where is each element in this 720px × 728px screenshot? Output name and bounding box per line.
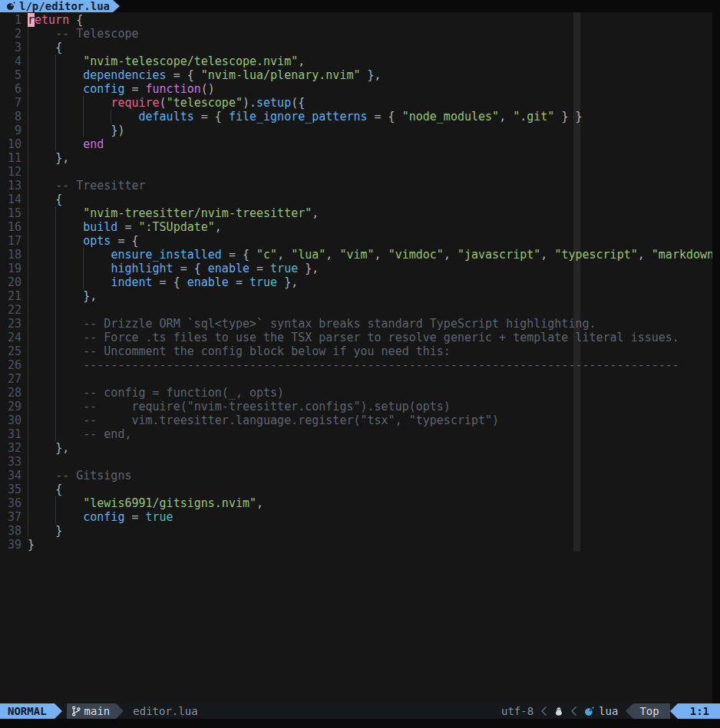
- code-token: "telescope": [167, 96, 243, 110]
- code-token: "vim": [339, 248, 374, 262]
- code-line[interactable]: 31 -- end,: [0, 427, 712, 441]
- indent-guide: [55, 110, 83, 124]
- code-token: -- config = function(_, opts): [83, 386, 284, 400]
- line-number: 37: [0, 510, 28, 524]
- indent-guide: [28, 96, 55, 110]
- indent-guide: [28, 400, 55, 413]
- code-line[interactable]: 15 "nvim-treesitter/nvim-treesitter",: [0, 206, 712, 220]
- code-line[interactable]: 1return {: [0, 13, 712, 27]
- code-line[interactable]: 8 defaults = { file_ignore_patterns = { …: [0, 110, 712, 124]
- editor-buffer[interactable]: 1return {2 -- Telescope3 {4 "nvim-telesc…: [0, 12, 720, 703]
- text-area[interactable]: 1return {2 -- Telescope3 {4 "nvim-telesc…: [0, 12, 712, 703]
- code-text: }): [28, 124, 124, 137]
- line-number: 21: [0, 289, 28, 303]
- code-token: -- end,: [83, 427, 131, 441]
- tab-editor-lua[interactable]: l/p/editor.lua: [0, 0, 113, 12]
- code-token: -- Drizzle ORM `sql<type>` syntax breaks…: [83, 317, 596, 331]
- code-text: "nvim-telescope/telescope.nvim",: [28, 54, 305, 68]
- code-line[interactable]: 28 -- config = function(_, opts): [0, 386, 712, 400]
- indent-guide: [28, 331, 55, 344]
- code-token: "typescript": [554, 248, 637, 262]
- code-line[interactable]: 29 -- require("nvim-treesitter.configs")…: [0, 400, 712, 413]
- code-line[interactable]: 17 opts = {: [0, 234, 712, 248]
- code-line[interactable]: 30 -- vim.treesitter.language.register("…: [0, 413, 712, 427]
- code-line[interactable]: 11 },: [0, 151, 712, 165]
- code-line[interactable]: 4 "nvim-telescope/telescope.nvim",: [0, 54, 712, 68]
- code-line[interactable]: 13 -- Treesitter: [0, 179, 712, 193]
- code-line[interactable]: 18 ensure_installed = { "c", "lua", "vim…: [0, 248, 712, 262]
- code-token: defaults: [139, 110, 194, 124]
- indent-guide: [55, 496, 83, 510]
- code-line[interactable]: 32 },: [0, 441, 712, 455]
- code-token: function: [146, 82, 201, 96]
- code-line[interactable]: 33: [0, 455, 712, 469]
- code-line[interactable]: 14 {: [0, 193, 712, 206]
- code-text: [28, 165, 55, 179]
- command-line[interactable]: [0, 719, 720, 728]
- code-token: build: [83, 220, 117, 234]
- code-line[interactable]: 39}: [0, 538, 712, 552]
- indent-guide: [83, 248, 111, 262]
- code-line[interactable]: 3 {: [0, 41, 712, 54]
- code-line[interactable]: 12: [0, 165, 712, 179]
- code-line[interactable]: 2 -- Telescope: [0, 27, 712, 41]
- code-line[interactable]: 10 end: [0, 137, 712, 151]
- code-line[interactable]: 6 config = function(): [0, 82, 712, 96]
- code-line[interactable]: 25 -- Uncomment the config block below i…: [0, 344, 712, 358]
- code-line[interactable]: 35 {: [0, 483, 712, 496]
- code-line[interactable]: 24 -- Force .ts files to use the TSX par…: [0, 331, 712, 344]
- nvim-window: l/p/editor.lua 1return {2 -- Telescope3 …: [0, 0, 720, 728]
- code-line[interactable]: 34 -- Gitsigns: [0, 469, 712, 483]
- code-token: "javascript": [457, 248, 540, 262]
- code-text: {: [28, 41, 62, 54]
- code-line[interactable]: 37 config = true: [0, 510, 712, 524]
- indent-guide: [55, 372, 83, 386]
- code-line[interactable]: 9 }): [0, 124, 712, 137]
- code-line[interactable]: 16 build = ":TSUpdate",: [0, 220, 712, 234]
- code-line[interactable]: 27: [0, 372, 712, 386]
- indent-guide: [55, 427, 83, 441]
- code-token: }): [111, 124, 124, 137]
- code-line[interactable]: 5 dependencies = { "nvim-lua/plenary.nvi…: [0, 68, 712, 82]
- code-line[interactable]: 19 highlight = { enable = true },: [0, 262, 712, 275]
- code-line[interactable]: 22: [0, 303, 712, 317]
- indent-guide: [55, 413, 83, 427]
- code-line[interactable]: 21 },: [0, 289, 712, 303]
- code-line[interactable]: 7 require("telescope").setup({: [0, 96, 712, 110]
- tab-arrow-icon: [113, 0, 120, 12]
- indent-guide: [55, 206, 83, 220]
- line-number: 5: [0, 68, 28, 82]
- code-token: opts: [83, 234, 111, 248]
- code-line[interactable]: 23 -- Drizzle ORM `sql<type>` syntax bre…: [0, 317, 712, 331]
- code-token: "nvim-lua/plenary.nvim": [201, 68, 361, 82]
- indent-guide: [28, 68, 55, 82]
- indent-guide: [28, 234, 55, 248]
- indent-guide: [28, 41, 55, 54]
- code-line[interactable]: 36 "lewis6991/gitsigns.nvim",: [0, 496, 712, 510]
- indent-guide: [28, 358, 55, 372]
- tab-label: l/p/editor.lua: [19, 0, 110, 12]
- code-line[interactable]: 26 -------------------------------------…: [0, 358, 712, 372]
- code-line[interactable]: 20 indent = { enable = true },: [0, 275, 712, 289]
- indent-guide: [28, 54, 55, 68]
- indent-guide: [28, 289, 55, 303]
- code-token: -- Gitsigns: [55, 469, 131, 483]
- code-token: = {: [153, 275, 187, 289]
- line-number: 28: [0, 386, 28, 400]
- unix-fileformat-icon: [554, 707, 563, 716]
- code-text: config = function(): [28, 82, 215, 96]
- indent-guide: [55, 289, 83, 303]
- indent-guide: [55, 220, 83, 234]
- code-token: {: [55, 41, 62, 54]
- code-token: = {: [173, 262, 208, 275]
- code-token: true: [146, 510, 173, 524]
- code-token: enable: [187, 275, 229, 289]
- code-token: setup: [256, 96, 291, 110]
- code-token: },: [83, 289, 97, 303]
- indent-guide: [55, 331, 83, 344]
- code-line[interactable]: 38 }: [0, 524, 712, 538]
- indent-guide: [28, 165, 55, 179]
- filename-label: editor.lua: [124, 703, 206, 719]
- mode-indicator: NORMAL: [0, 703, 54, 719]
- statusline: NORMAL main editor.lua utf-8: [0, 703, 720, 719]
